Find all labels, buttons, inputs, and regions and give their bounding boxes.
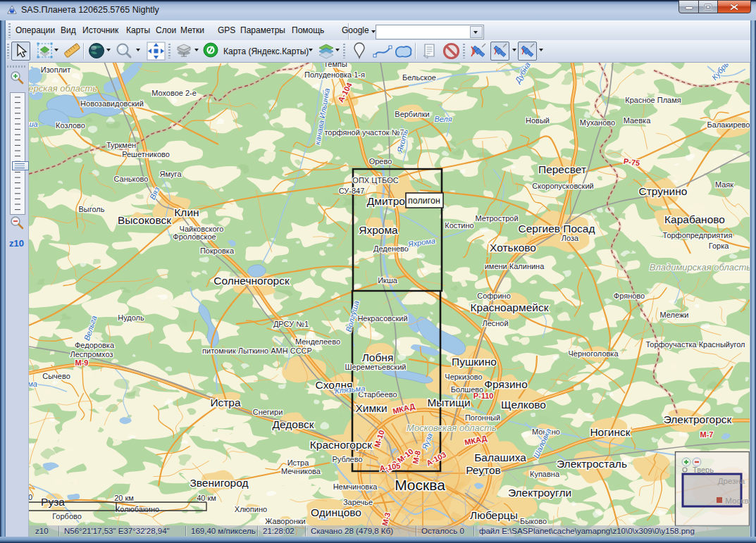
svg-text:Струнино: Струнино bbox=[639, 185, 688, 197]
svg-text:Балашиха: Балашиха bbox=[474, 451, 526, 463]
svg-text:Тверь: Тверь bbox=[693, 466, 714, 474]
svg-text:имени Калинина: имени Калинина bbox=[485, 262, 545, 270]
svg-text:Орево: Орево bbox=[369, 157, 392, 166]
svg-text:Реутов: Реутов bbox=[466, 464, 501, 476]
svg-text:Решетниково: Решетниково bbox=[122, 150, 170, 158]
svg-text:оша: оша bbox=[29, 120, 38, 128]
svg-text:0: 0 bbox=[29, 493, 32, 501]
svg-text:полигон: полигон bbox=[408, 196, 440, 206]
svg-text:торфяной участок №7: торфяной участок №7 bbox=[324, 128, 404, 137]
svg-text:Снегири: Снегири bbox=[253, 408, 283, 416]
svg-text:ДРСУ №1: ДРСУ №1 bbox=[273, 320, 309, 328]
svg-text:Балакирево: Балакирево bbox=[707, 120, 750, 129]
svg-text:Новозавидовский: Новозавидовский bbox=[80, 99, 144, 108]
svg-text:Одинцово: Одинцово bbox=[311, 506, 361, 518]
svg-text:Мытищи: Мытищи bbox=[427, 397, 470, 408]
svg-text:Люберцы: Люберцы bbox=[470, 509, 518, 521]
svg-text:Федоровка: Федоровка bbox=[75, 341, 115, 349]
svg-text:Фрязино: Фрязино bbox=[484, 378, 528, 390]
svg-text:Маяк: Маяк bbox=[715, 180, 733, 189]
svg-text:Маевка: Маевка bbox=[624, 116, 651, 125]
svg-text:Метрострой: Метрострой bbox=[475, 214, 518, 223]
svg-text:Деденево: Деденево bbox=[373, 244, 409, 253]
svg-text:Дмитров: Дмитров bbox=[367, 195, 411, 207]
svg-text:Выголь: Выголь bbox=[78, 205, 104, 213]
svg-text:Солнечногорск: Солнечногорск bbox=[213, 275, 290, 287]
svg-text:Веля: Веля bbox=[434, 115, 452, 123]
svg-text:Изоплит: Изоплит bbox=[41, 65, 71, 74]
svg-text:Нудоль: Нудоль bbox=[118, 313, 144, 322]
svg-text:Владимирская область: Владимирская область bbox=[650, 262, 750, 273]
svg-text:Мечникова: Мечникова bbox=[281, 467, 321, 475]
svg-text:Рублево: Рублево bbox=[332, 455, 362, 463]
svg-text:Дедовск: Дедовск bbox=[272, 418, 314, 430]
svg-text:Клин: Клин bbox=[174, 206, 199, 218]
svg-text:Р-110: Р-110 bbox=[473, 392, 494, 400]
svg-text:Истра: Истра bbox=[210, 397, 241, 408]
svg-text:Лобня: Лобня bbox=[362, 351, 394, 363]
svg-text:Карабаново: Карабаново bbox=[664, 213, 725, 225]
svg-text:М-7: М-7 bbox=[700, 430, 714, 439]
svg-text:М-9: М-9 bbox=[75, 358, 89, 367]
svg-text:Жаворонки: Жаворонки bbox=[265, 517, 306, 525]
svg-text:Красногорск: Красногорск bbox=[310, 439, 373, 451]
svg-text:Костино: Костино bbox=[445, 221, 473, 230]
svg-text:Лоза: Лоза bbox=[562, 234, 579, 242]
svg-text:Высоковск: Высоковск bbox=[118, 214, 171, 226]
svg-text:Моховое 2-е: Моховое 2-е bbox=[151, 89, 197, 97]
svg-text:Скоропусковский: Скоропусковский bbox=[532, 182, 593, 190]
svg-text:Купавна: Купавна bbox=[530, 470, 560, 478]
svg-text:питомник Лыткино АМН СССР: питомник Лыткино АМН СССР bbox=[202, 347, 312, 355]
svg-text:Покровка: Покровка bbox=[200, 246, 235, 255]
svg-text:ОПХ ЦТБОС: ОПХ ЦТБОС bbox=[352, 176, 398, 185]
svg-text:Леспромхоз: Леспромхоз bbox=[70, 350, 113, 358]
svg-text:Фроловское: Фроловское bbox=[173, 232, 216, 241]
svg-text:Пушкино: Пушкино bbox=[452, 356, 497, 368]
svg-text:Горбово: Горбово bbox=[52, 512, 82, 520]
svg-text:Немчиновка: Немчиновка bbox=[333, 482, 378, 491]
svg-text:20 км: 20 км bbox=[114, 494, 134, 502]
svg-text:Бельское: Бельское bbox=[402, 73, 436, 82]
svg-text:Козлово: Козлово bbox=[56, 121, 85, 130]
svg-text:Хлюпино: Хлюпино bbox=[235, 505, 267, 513]
svg-text:Муханово: Муханово bbox=[580, 118, 615, 127]
svg-text:Электросталь: Электросталь bbox=[557, 458, 627, 470]
svg-text:Торфоучастка Красныйугол: Торфоучастка Красныйугол bbox=[645, 340, 745, 349]
svg-text:Москва: Москва bbox=[725, 497, 750, 505]
svg-text:Торфопредприятия: Торфопредприятия bbox=[663, 231, 733, 239]
svg-text:Темпы: Темпы bbox=[323, 62, 347, 68]
svg-text:Мележи: Мележи bbox=[660, 311, 689, 319]
svg-text:Московская область: Московская область bbox=[407, 423, 497, 433]
svg-text:Сергиев Посад: Сергиев Посад bbox=[518, 223, 595, 235]
svg-text:Ногинск: Ногинск bbox=[590, 426, 630, 438]
svg-text:Черноголовка: Черноголовка bbox=[568, 349, 619, 358]
svg-text:Черкизово: Черкизово bbox=[445, 373, 482, 381]
svg-text:Колюбакино: Колюбакино bbox=[116, 505, 159, 513]
svg-text:Горка: Горка bbox=[709, 242, 730, 250]
svg-text:Красноармейск: Красноармейск bbox=[471, 301, 549, 313]
svg-text:Вербилки: Вербилки bbox=[395, 110, 429, 118]
svg-text:Хотьково: Хотьково bbox=[490, 242, 536, 254]
svg-text:Некрасовский: Некрасовский bbox=[357, 314, 407, 323]
svg-text:Новый: Новый bbox=[526, 116, 550, 125]
svg-text:Дрезна: Дрезна bbox=[718, 477, 745, 485]
svg-text:верская область: верская область bbox=[29, 83, 97, 94]
svg-text:Москва: Москва bbox=[395, 477, 445, 493]
svg-text:Менделеево: Менделеево bbox=[295, 337, 340, 346]
svg-text:Электроугли: Электроугли bbox=[508, 487, 571, 499]
svg-text:Щелково: Щелково bbox=[501, 399, 546, 411]
svg-text:Полуденовка 1-я: Полуденовка 1-я bbox=[304, 70, 365, 79]
svg-text:Лесной: Лесной bbox=[482, 319, 508, 327]
svg-text:Звенигород: Звенигород bbox=[190, 477, 248, 489]
svg-text:Пересвет: Пересвет bbox=[538, 163, 586, 175]
svg-text:Туркмен: Туркмен bbox=[106, 141, 136, 149]
svg-text:ама: ама bbox=[29, 380, 37, 388]
svg-text:Фряново: Фряново bbox=[614, 292, 645, 300]
svg-text:Погонный: Погонный bbox=[465, 413, 500, 422]
svg-text:СУ-847: СУ-847 bbox=[339, 187, 365, 195]
svg-text:40 км: 40 км bbox=[197, 494, 216, 502]
svg-text:Химки: Химки bbox=[355, 402, 387, 414]
svg-text:Красное Пламя: Красное Пламя bbox=[625, 96, 681, 104]
svg-text:Сычево: Сычево bbox=[42, 372, 70, 380]
svg-text:Быково: Быково bbox=[520, 517, 547, 525]
